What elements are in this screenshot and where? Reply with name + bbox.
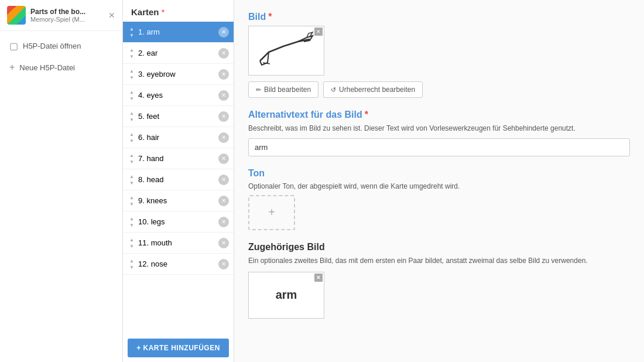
sidebar: Parts of the bo... Memory-Spiel (M... ✕ … [0, 0, 123, 362]
card-item-11[interactable]: ▲ ▼ 11. mouth ✕ [123, 233, 234, 254]
card-label-12: 12. nose [138, 259, 216, 268]
card-arrow-up-3[interactable]: ▲ [128, 68, 136, 74]
card-arrow-up-11[interactable]: ▲ [128, 237, 136, 243]
cards-title: Karten [131, 7, 159, 17]
card-delete-9[interactable]: ✕ [218, 196, 229, 206]
card-delete-8[interactable]: ✕ [218, 175, 229, 185]
card-arrow-down-10[interactable]: ▼ [128, 222, 136, 228]
alt-description: Beschreibt, was im Bild zu sehen ist. Di… [248, 124, 630, 134]
ton-description: Optionaler Ton, der abgespielt wird, wen… [248, 182, 630, 190]
card-arrows-12: ▲ ▼ [128, 258, 136, 270]
bild-title: Bild * [248, 12, 630, 22]
image-preview-close[interactable]: ✕ [314, 28, 323, 36]
card-delete-1[interactable]: ✕ [218, 27, 229, 37]
card-label-7: 7. hand [138, 154, 216, 163]
cards-list: ▲ ▼ 1. arm ✕ ▲ ▼ 2. ear ✕ ▲ [123, 22, 234, 334]
card-delete-4[interactable]: ✕ [218, 90, 229, 101]
card-arrows-8: ▲ ▼ [128, 173, 136, 186]
card-arrow-up-6[interactable]: ▲ [128, 131, 136, 137]
card-arrows-9: ▲ ▼ [128, 194, 136, 207]
card-arrow-down-9[interactable]: ▼ [128, 201, 136, 207]
sidebar-item-open-file[interactable]: ▢ H5P-Datei öffnen [0, 36, 122, 56]
add-card-button[interactable]: + KARTE HINZUFÜGEN [128, 339, 229, 357]
app-subtitle: Memory-Spiel (M... [30, 16, 104, 23]
card-item-10[interactable]: ▲ ▼ 10. legs ✕ [123, 211, 234, 233]
card-delete-10[interactable]: ✕ [218, 217, 229, 227]
card-delete-6[interactable]: ✕ [218, 132, 229, 143]
card-arrow-up-10[interactable]: ▲ [128, 216, 136, 221]
alt-section: Alternativtext für das Bild * Beschreibt… [248, 110, 630, 156]
card-arrow-up-5[interactable]: ▲ [128, 110, 136, 116]
cards-header: Karten * [123, 0, 234, 22]
card-arrow-up-12[interactable]: ▲ [128, 258, 136, 264]
related-word: arm [276, 288, 297, 302]
ton-section: Ton Optionaler Ton, der abgespielt wird,… [248, 168, 630, 230]
edit-copyright-button[interactable]: ↺ Urheberrecht bearbeiten [323, 81, 423, 98]
ton-upload-box[interactable]: + [248, 195, 295, 230]
card-label-3: 3. eyebrow [138, 70, 216, 78]
card-delete-11[interactable]: ✕ [218, 238, 229, 248]
card-arrows-4: ▲ ▼ [128, 89, 136, 101]
card-item-9[interactable]: ▲ ▼ 9. knees ✕ [123, 190, 234, 211]
related-image-box: ✕ arm [248, 272, 324, 319]
card-arrow-up-1[interactable]: ▲ [128, 26, 136, 32]
card-arrows-11: ▲ ▼ [128, 237, 136, 249]
related-title: Zugehöriges Bild [248, 242, 630, 252]
card-arrow-down-5[interactable]: ▼ [128, 117, 136, 122]
card-delete-7[interactable]: ✕ [218, 153, 229, 164]
card-arrow-down-3[interactable]: ▼ [128, 74, 136, 80]
card-delete-3[interactable]: ✕ [218, 69, 229, 80]
arm-image [251, 29, 316, 70]
card-arrow-down-11[interactable]: ▼ [128, 243, 136, 249]
new-file-label: Neue H5P-Datei [19, 63, 75, 72]
open-file-label: H5P-Datei öffnen [23, 42, 81, 50]
card-arrow-down-12[interactable]: ▼ [128, 264, 136, 270]
card-arrow-down-1[interactable]: ▼ [128, 32, 136, 38]
bild-required-star: * [268, 12, 272, 22]
card-arrow-up-8[interactable]: ▲ [128, 173, 136, 179]
card-item-6[interactable]: ▲ ▼ 6. hair ✕ [123, 127, 234, 148]
card-arrow-down-7[interactable]: ▼ [128, 159, 136, 165]
card-item-3[interactable]: ▲ ▼ 3. eyebrow ✕ [123, 64, 234, 85]
card-arrow-up-7[interactable]: ▲ [128, 152, 136, 158]
alt-text-input[interactable] [248, 138, 630, 156]
card-item-12[interactable]: ▲ ▼ 12. nose ✕ [123, 254, 234, 275]
card-arrow-up-2[interactable]: ▲ [128, 47, 136, 53]
card-label-5: 5. feet [138, 112, 216, 121]
card-arrow-down-4[interactable]: ▼ [128, 95, 136, 101]
card-arrows-1: ▲ ▼ [128, 26, 136, 38]
card-arrows-5: ▲ ▼ [128, 110, 136, 122]
card-item-5[interactable]: ▲ ▼ 5. feet ✕ [123, 106, 234, 127]
main-content: Karten * ▲ ▼ 1. arm ✕ ▲ ▼ 2 [123, 0, 644, 362]
card-delete-12[interactable]: ✕ [218, 259, 229, 269]
plus-icon: + [9, 62, 15, 73]
alt-required-star: * [365, 110, 368, 120]
sidebar-nav: ▢ H5P-Datei öffnen + Neue H5P-Datei [0, 31, 122, 82]
image-actions: ✏ Bild bearbeiten ↺ Urheberrecht bearbei… [248, 81, 630, 98]
related-description: Ein optionales zweites Bild, das mit dem… [248, 256, 630, 266]
cards-panel: Karten * ▲ ▼ 1. arm ✕ ▲ ▼ 2 [123, 0, 234, 362]
edit-image-button[interactable]: ✏ Bild bearbeiten [248, 81, 318, 98]
card-arrow-down-8[interactable]: ▼ [128, 180, 136, 186]
sidebar-item-new-file[interactable]: + Neue H5P-Datei [0, 57, 122, 77]
file-icon: ▢ [9, 40, 18, 52]
card-item-1[interactable]: ▲ ▼ 1. arm ✕ [123, 22, 234, 43]
related-image-close[interactable]: ✕ [314, 274, 323, 282]
card-item-2[interactable]: ▲ ▼ 2. ear ✕ [123, 43, 234, 64]
card-arrows-10: ▲ ▼ [128, 216, 136, 228]
card-arrow-up-9[interactable]: ▲ [128, 194, 136, 200]
card-arrow-down-6[interactable]: ▼ [128, 138, 136, 144]
bild-section: Bild * ✕ ✏ [248, 12, 630, 98]
card-arrows-7: ▲ ▼ [128, 152, 136, 165]
card-arrow-down-2[interactable]: ▼ [128, 53, 136, 59]
card-arrow-up-4[interactable]: ▲ [128, 89, 136, 95]
card-delete-2[interactable]: ✕ [218, 48, 229, 59]
close-icon[interactable]: ✕ [108, 11, 115, 20]
image-preview-box: ✕ [248, 26, 324, 76]
card-item-7[interactable]: ▲ ▼ 7. hand ✕ [123, 148, 234, 169]
card-item-8[interactable]: ▲ ▼ 8. head ✕ [123, 169, 234, 190]
card-item-4[interactable]: ▲ ▼ 4. eyes ✕ [123, 85, 234, 106]
card-delete-5[interactable]: ✕ [218, 111, 229, 122]
content-area: Karten * ▲ ▼ 1. arm ✕ ▲ ▼ 2 [123, 0, 644, 362]
card-label-1: 1. arm [138, 28, 216, 36]
